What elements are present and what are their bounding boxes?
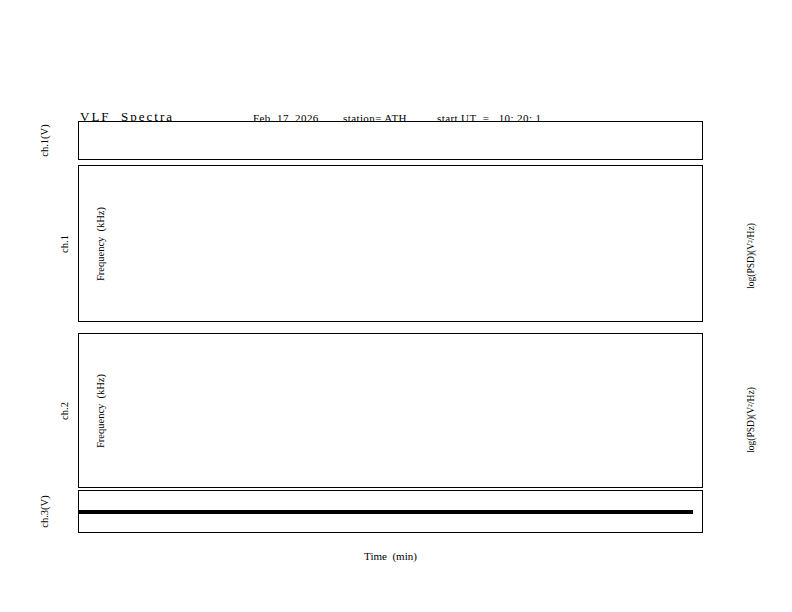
vlf-spectra-figure: VLF Spectra Feb. 17, 2026 station= ATH s… [0, 0, 792, 612]
ch1-waveform-canvas [79, 122, 702, 159]
ch2-frequency-axis-label-line2: Frequency (kHz) [95, 311, 107, 511]
ch3-voltage-axis-label: ch.3(V) [39, 412, 54, 612]
ch1-waveform-panel [78, 121, 703, 160]
colorbar-ch1 [719, 202, 728, 311]
time-axis-title: Time (min) [330, 550, 451, 562]
ch2-frequency-axis-label-line1: ch.2 [59, 311, 71, 511]
ch2-spectrogram-canvas [79, 334, 694, 487]
colorbar-ch2-label: log(PSD)(V²/Hz) [746, 320, 760, 520]
ch2-spectrogram-panel [78, 333, 703, 488]
colorbar-ch2 [719, 367, 728, 474]
ch1-spectrogram-panel [78, 165, 703, 322]
ch1-spectrogram-canvas [79, 166, 694, 321]
ch3-signal-line [79, 510, 693, 514]
ch3-waveform-panel [78, 490, 703, 533]
